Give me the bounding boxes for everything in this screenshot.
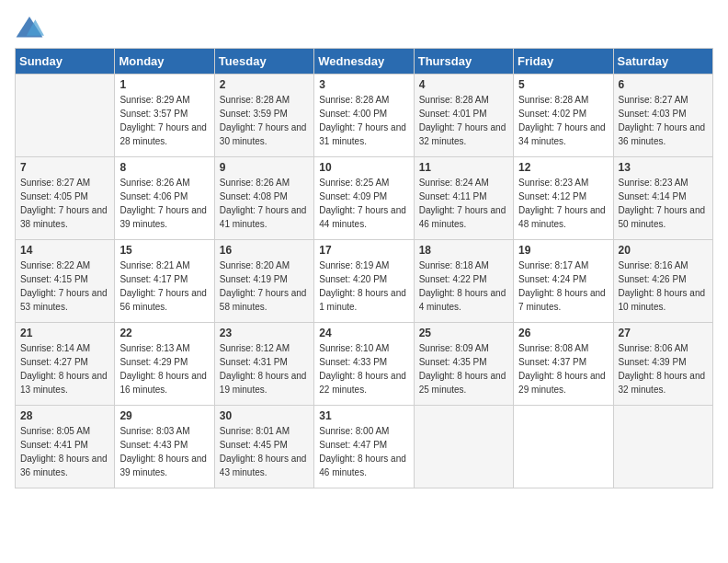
calendar-cell: 18Sunrise: 8:18 AMSunset: 4:22 PMDayligh… — [414, 240, 513, 323]
day-info: Sunrise: 8:13 AMSunset: 4:29 PMDaylight:… — [119, 341, 209, 396]
day-number: 14 — [20, 244, 109, 257]
day-number: 10 — [319, 161, 408, 174]
calendar-cell: 14Sunrise: 8:22 AMSunset: 4:15 PMDayligh… — [16, 240, 115, 323]
calendar-cell: 16Sunrise: 8:20 AMSunset: 4:19 PMDayligh… — [214, 240, 313, 323]
day-number: 4 — [419, 78, 508, 91]
day-info: Sunrise: 8:28 AMSunset: 4:02 PMDaylight:… — [518, 93, 608, 148]
day-number: 9 — [220, 161, 309, 174]
calendar-cell: 2Sunrise: 8:28 AMSunset: 3:59 PMDaylight… — [214, 75, 313, 157]
calendar-table: SundayMondayTuesdayWednesdayThursdayFrid… — [15, 48, 713, 488]
day-number: 18 — [419, 244, 508, 257]
day-number: 13 — [619, 161, 708, 174]
calendar-week-5: 28Sunrise: 8:05 AMSunset: 4:41 PMDayligh… — [16, 406, 713, 488]
weekday-header-tuesday: Tuesday — [214, 49, 313, 75]
calendar-cell: 3Sunrise: 8:28 AMSunset: 4:00 PMDaylight… — [314, 75, 414, 157]
calendar-header-row: SundayMondayTuesdayWednesdayThursdayFrid… — [16, 49, 713, 75]
calendar-cell: 17Sunrise: 8:19 AMSunset: 4:20 PMDayligh… — [314, 240, 414, 323]
calendar-cell: 19Sunrise: 8:17 AMSunset: 4:24 PMDayligh… — [514, 240, 613, 323]
calendar-cell: 29Sunrise: 8:03 AMSunset: 4:43 PMDayligh… — [115, 406, 214, 488]
logo — [15, 15, 46, 40]
day-number: 15 — [119, 244, 209, 257]
logo-icon — [15, 15, 44, 40]
calendar-cell: 21Sunrise: 8:14 AMSunset: 4:27 PMDayligh… — [16, 323, 115, 406]
calendar-cell: 22Sunrise: 8:13 AMSunset: 4:29 PMDayligh… — [115, 323, 214, 406]
day-number: 16 — [220, 244, 309, 257]
day-number: 22 — [119, 327, 209, 339]
day-number: 28 — [20, 409, 109, 422]
calendar-cell — [613, 406, 712, 488]
day-info: Sunrise: 8:10 AMSunset: 4:33 PMDaylight:… — [319, 341, 408, 396]
calendar-cell: 11Sunrise: 8:24 AMSunset: 4:11 PMDayligh… — [414, 157, 513, 240]
calendar-cell: 9Sunrise: 8:26 AMSunset: 4:08 PMDaylight… — [214, 157, 313, 240]
weekday-header-friday: Friday — [514, 49, 613, 75]
calendar-cell: 30Sunrise: 8:01 AMSunset: 4:45 PMDayligh… — [214, 406, 313, 488]
day-info: Sunrise: 8:26 AMSunset: 4:08 PMDaylight:… — [220, 176, 309, 231]
page-header — [15, 15, 713, 40]
weekday-header-saturday: Saturday — [613, 49, 712, 75]
day-number: 11 — [419, 161, 508, 174]
day-number: 26 — [518, 327, 608, 339]
day-info: Sunrise: 8:03 AMSunset: 4:43 PMDaylight:… — [119, 424, 209, 479]
day-info: Sunrise: 8:28 AMSunset: 3:59 PMDaylight:… — [220, 93, 309, 148]
day-info: Sunrise: 8:19 AMSunset: 4:20 PMDaylight:… — [319, 259, 408, 314]
day-number: 2 — [220, 78, 309, 91]
calendar-week-1: 1Sunrise: 8:29 AMSunset: 3:57 PMDaylight… — [16, 75, 713, 157]
day-number: 7 — [20, 161, 109, 174]
day-number: 23 — [220, 327, 309, 339]
day-info: Sunrise: 8:16 AMSunset: 4:26 PMDaylight:… — [619, 259, 708, 314]
calendar-cell: 20Sunrise: 8:16 AMSunset: 4:26 PMDayligh… — [613, 240, 712, 323]
day-number: 1 — [119, 78, 209, 91]
calendar-week-4: 21Sunrise: 8:14 AMSunset: 4:27 PMDayligh… — [16, 323, 713, 406]
day-number: 5 — [518, 78, 608, 91]
calendar-body: 1Sunrise: 8:29 AMSunset: 3:57 PMDaylight… — [16, 75, 713, 488]
weekday-header-wednesday: Wednesday — [314, 49, 414, 75]
calendar-cell: 31Sunrise: 8:00 AMSunset: 4:47 PMDayligh… — [314, 406, 414, 488]
day-number: 30 — [220, 409, 309, 422]
day-info: Sunrise: 8:20 AMSunset: 4:19 PMDaylight:… — [220, 259, 309, 314]
calendar-cell: 24Sunrise: 8:10 AMSunset: 4:33 PMDayligh… — [314, 323, 414, 406]
calendar-cell: 5Sunrise: 8:28 AMSunset: 4:02 PMDaylight… — [514, 75, 613, 157]
day-info: Sunrise: 8:23 AMSunset: 4:14 PMDaylight:… — [619, 176, 708, 231]
day-number: 21 — [20, 327, 109, 339]
weekday-header-sunday: Sunday — [16, 49, 115, 75]
day-number: 6 — [619, 78, 708, 91]
calendar-cell: 15Sunrise: 8:21 AMSunset: 4:17 PMDayligh… — [115, 240, 214, 323]
day-info: Sunrise: 8:17 AMSunset: 4:24 PMDaylight:… — [518, 259, 608, 314]
calendar-week-3: 14Sunrise: 8:22 AMSunset: 4:15 PMDayligh… — [16, 240, 713, 323]
calendar-cell: 27Sunrise: 8:06 AMSunset: 4:39 PMDayligh… — [613, 323, 712, 406]
day-number: 27 — [619, 327, 708, 339]
calendar-cell: 23Sunrise: 8:12 AMSunset: 4:31 PMDayligh… — [214, 323, 313, 406]
calendar-cell: 8Sunrise: 8:26 AMSunset: 4:06 PMDaylight… — [115, 157, 214, 240]
day-info: Sunrise: 8:22 AMSunset: 4:15 PMDaylight:… — [20, 259, 109, 314]
calendar-cell — [514, 406, 613, 488]
day-info: Sunrise: 8:28 AMSunset: 4:01 PMDaylight:… — [419, 93, 508, 148]
calendar-cell: 6Sunrise: 8:27 AMSunset: 4:03 PMDaylight… — [613, 75, 712, 157]
day-number: 8 — [119, 161, 209, 174]
weekday-header-monday: Monday — [115, 49, 214, 75]
calendar-cell: 25Sunrise: 8:09 AMSunset: 4:35 PMDayligh… — [414, 323, 513, 406]
day-info: Sunrise: 8:14 AMSunset: 4:27 PMDaylight:… — [20, 341, 109, 396]
calendar-cell — [16, 75, 115, 157]
day-number: 19 — [518, 244, 608, 257]
day-number: 24 — [319, 327, 408, 339]
day-number: 3 — [319, 78, 408, 91]
day-info: Sunrise: 8:25 AMSunset: 4:09 PMDaylight:… — [319, 176, 408, 231]
day-info: Sunrise: 8:24 AMSunset: 4:11 PMDaylight:… — [419, 176, 508, 231]
day-info: Sunrise: 8:27 AMSunset: 4:05 PMDaylight:… — [20, 176, 109, 231]
day-info: Sunrise: 8:27 AMSunset: 4:03 PMDaylight:… — [619, 93, 708, 148]
day-number: 31 — [319, 409, 408, 422]
day-info: Sunrise: 8:26 AMSunset: 4:06 PMDaylight:… — [119, 176, 209, 231]
day-info: Sunrise: 8:12 AMSunset: 4:31 PMDaylight:… — [220, 341, 309, 396]
day-info: Sunrise: 8:01 AMSunset: 4:45 PMDaylight:… — [220, 424, 309, 479]
day-number: 25 — [419, 327, 508, 339]
calendar-cell: 4Sunrise: 8:28 AMSunset: 4:01 PMDaylight… — [414, 75, 513, 157]
day-number: 20 — [619, 244, 708, 257]
day-info: Sunrise: 8:23 AMSunset: 4:12 PMDaylight:… — [518, 176, 608, 231]
calendar-cell: 26Sunrise: 8:08 AMSunset: 4:37 PMDayligh… — [514, 323, 613, 406]
calendar-week-2: 7Sunrise: 8:27 AMSunset: 4:05 PMDaylight… — [16, 157, 713, 240]
day-info: Sunrise: 8:00 AMSunset: 4:47 PMDaylight:… — [319, 424, 408, 479]
calendar-cell: 7Sunrise: 8:27 AMSunset: 4:05 PMDaylight… — [16, 157, 115, 240]
day-info: Sunrise: 8:18 AMSunset: 4:22 PMDaylight:… — [419, 259, 508, 314]
calendar-cell: 28Sunrise: 8:05 AMSunset: 4:41 PMDayligh… — [16, 406, 115, 488]
day-number: 17 — [319, 244, 408, 257]
